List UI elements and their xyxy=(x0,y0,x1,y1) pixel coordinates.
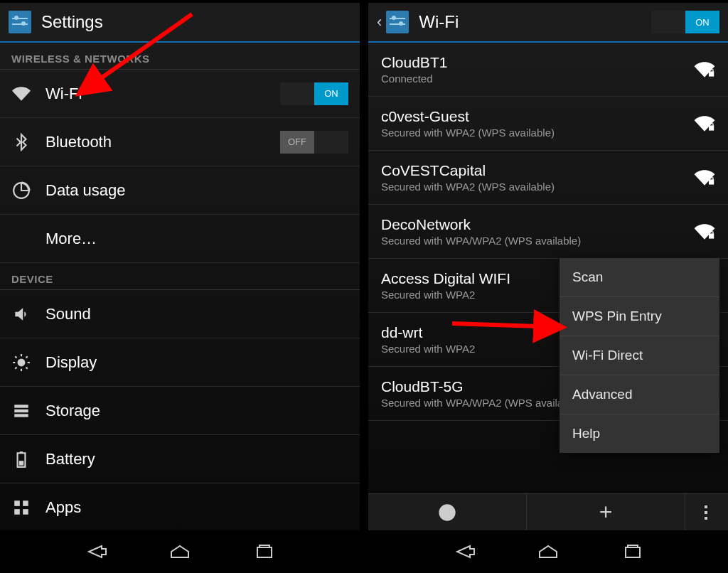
row-label: Apps xyxy=(46,498,348,517)
settings-screen: Settings WIRELESS & NETWORKS Wi-Fi ON Bl… xyxy=(0,0,360,573)
svg-rect-10 xyxy=(23,509,28,515)
recents-button[interactable] xyxy=(616,539,650,564)
settings-row-wifi[interactable]: Wi-Fi ON xyxy=(0,70,360,118)
wifi-network-list: CloudBT1 Connected c0vest-Guest Secured … xyxy=(368,43,728,493)
sound-icon xyxy=(11,304,31,324)
row-label: Display xyxy=(46,353,348,372)
settings-icon[interactable] xyxy=(386,11,409,33)
page-title: Settings xyxy=(41,12,351,32)
wifi-network-row[interactable]: CloudBT1 Connected xyxy=(368,43,728,97)
settings-icon xyxy=(9,11,31,33)
row-label: Data usage xyxy=(46,181,348,200)
settings-row-sound[interactable]: Sound xyxy=(0,290,360,338)
display-icon xyxy=(11,353,31,373)
menu-item-help[interactable]: Help xyxy=(560,414,719,453)
svg-rect-6 xyxy=(19,461,24,466)
settings-row-more[interactable]: More… xyxy=(0,215,360,263)
network-name: CoVESTCapital xyxy=(381,162,682,179)
wifi-screen: ‹ Wi-Fi ON CloudBT1 Connected c0vest-Gue… xyxy=(368,0,728,573)
battery-icon xyxy=(11,449,31,469)
wifi-icon xyxy=(11,84,31,104)
wifi-network-row[interactable]: CoVESTCapital Secured with WPA2 (WPS ava… xyxy=(368,151,728,205)
svg-rect-31 xyxy=(705,517,707,520)
svg-rect-32 xyxy=(626,547,640,557)
network-name: CloudBT1 xyxy=(381,54,682,71)
row-label: Storage xyxy=(46,402,348,420)
back-button[interactable] xyxy=(79,539,113,564)
network-status: Secured with WPA2 (WPS available) xyxy=(381,127,682,139)
svg-point-0 xyxy=(18,358,26,366)
recents-button[interactable] xyxy=(247,539,282,564)
network-status: Secured with WPA2 (WPS available) xyxy=(381,181,682,193)
apps-icon xyxy=(11,498,31,518)
svg-rect-2 xyxy=(14,409,28,412)
settings-list: WIRELESS & NETWORKS Wi-Fi ON Bluetooth O… xyxy=(0,43,360,530)
network-name: c0vest-Guest xyxy=(381,108,682,125)
wifi-toggle[interactable]: ON xyxy=(280,82,348,105)
network-status: Secured with WPA/WPA2 (WPS available) xyxy=(381,235,682,247)
settings-row-battery[interactable]: Battery xyxy=(0,435,360,483)
page-title: Wi-Fi xyxy=(419,12,641,32)
network-name: DecoNetwork xyxy=(381,216,682,233)
wifi-signal-icon xyxy=(694,223,715,240)
menu-item-wi-fi-direct[interactable]: Wi-Fi Direct xyxy=(560,336,719,375)
row-label: Sound xyxy=(46,305,348,323)
home-button[interactable] xyxy=(531,539,565,564)
svg-rect-33 xyxy=(628,545,638,547)
menu-item-scan[interactable]: Scan xyxy=(560,258,719,297)
svg-rect-3 xyxy=(14,414,28,417)
wps-button[interactable] xyxy=(368,494,527,530)
row-label: Battery xyxy=(46,450,348,468)
back-button[interactable] xyxy=(447,539,481,564)
wifi-bottom-bar: + xyxy=(368,493,728,530)
wifi-signal-icon xyxy=(694,61,715,78)
row-label: Bluetooth xyxy=(46,133,266,151)
row-label: Wi-Fi xyxy=(46,85,266,103)
overflow-button[interactable] xyxy=(685,494,728,530)
back-caret-icon[interactable]: ‹ xyxy=(377,13,382,31)
storage-icon xyxy=(11,401,31,421)
svg-rect-7 xyxy=(14,500,20,506)
settings-row-storage[interactable]: Storage xyxy=(0,387,360,435)
menu-item-wps-pin-entry[interactable]: WPS Pin Entry xyxy=(560,297,719,336)
navigation-bar xyxy=(0,530,360,573)
section-header-wireless: WIRELESS & NETWORKS xyxy=(0,43,360,70)
settings-row-bluetooth[interactable]: Bluetooth OFF xyxy=(0,118,360,166)
action-bar: ‹ Wi-Fi ON xyxy=(368,3,728,43)
action-bar: Settings xyxy=(0,3,360,43)
svg-rect-12 xyxy=(259,545,269,547)
overflow-menu: ScanWPS Pin EntryWi-Fi DirectAdvancedHel… xyxy=(560,258,719,453)
svg-rect-30 xyxy=(705,511,707,514)
svg-rect-11 xyxy=(257,547,272,557)
home-button[interactable] xyxy=(163,539,197,564)
svg-rect-29 xyxy=(705,505,707,508)
svg-rect-9 xyxy=(14,509,20,515)
row-label: More… xyxy=(46,230,348,248)
bluetooth-icon xyxy=(11,132,31,152)
network-status: Connected xyxy=(381,73,682,85)
svg-rect-1 xyxy=(14,405,28,407)
wifi-network-row[interactable]: c0vest-Guest Secured with WPA2 (WPS avai… xyxy=(368,97,728,151)
wifi-master-toggle[interactable]: ON xyxy=(651,11,719,33)
add-network-button[interactable]: + xyxy=(527,494,685,530)
section-header-device: DEVICE xyxy=(0,263,360,290)
bluetooth-toggle[interactable]: OFF xyxy=(280,131,348,154)
svg-rect-8 xyxy=(23,500,28,506)
wifi-signal-icon xyxy=(694,115,715,132)
wifi-network-row[interactable]: DecoNetwork Secured with WPA/WPA2 (WPS a… xyxy=(368,205,728,259)
navigation-bar xyxy=(368,530,728,573)
menu-item-advanced[interactable]: Advanced xyxy=(560,375,719,414)
settings-row-display[interactable]: Display xyxy=(0,338,360,387)
datausage-icon xyxy=(11,181,31,200)
svg-rect-5 xyxy=(20,451,23,453)
settings-row-datausage[interactable]: Data usage xyxy=(0,166,360,215)
wifi-signal-icon xyxy=(694,169,715,186)
settings-row-apps[interactable]: Apps xyxy=(0,483,360,530)
